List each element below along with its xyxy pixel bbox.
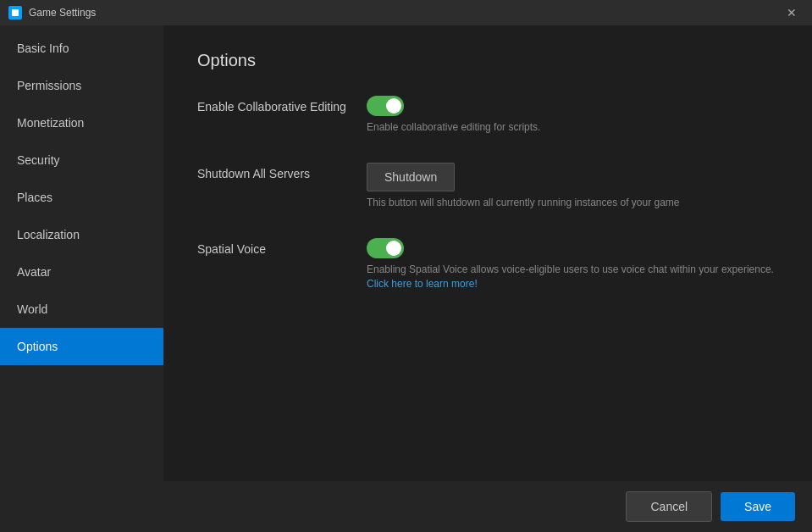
title-bar-left: Game Settings — [8, 6, 96, 19]
sidebar-item-monetization[interactable]: Monetization — [0, 104, 163, 141]
toggle-track-spatial[interactable] — [367, 238, 404, 258]
sidebar-item-permissions[interactable]: Permissions — [0, 67, 163, 104]
sidebar-item-world[interactable]: World — [0, 291, 163, 328]
sidebar-item-avatar[interactable]: Avatar — [0, 253, 163, 291]
main-layout: Basic InfoPermissionsMonetizationSecurit… — [0, 25, 812, 481]
option-row-shutdown: Shutdown All Servers Shutdown This butto… — [197, 163, 778, 208]
spatial-voice-link[interactable]: Click here to learn more! — [367, 278, 478, 290]
app-icon — [8, 6, 22, 19]
option-row-collaborative-editing: Enable Collaborative Editing Enable coll… — [197, 96, 778, 133]
close-button[interactable]: ✕ — [780, 4, 804, 21]
spatial-voice-label: Spatial Voice — [197, 242, 266, 256]
option-row-spatial-voice: Spatial Voice Enabling Spatial Voice all… — [197, 238, 778, 291]
title-bar-title: Game Settings — [29, 7, 96, 19]
title-bar: Game Settings ✕ — [0, 0, 812, 25]
sidebar-item-security[interactable]: Security — [0, 141, 163, 179]
shutdown-label: Shutdown All Servers — [197, 167, 310, 180]
sidebar-item-basic-info[interactable]: Basic Info — [0, 30, 163, 67]
sidebar-item-options[interactable]: Options — [0, 328, 163, 365]
toggle-thumb-collaborative — [386, 98, 401, 114]
save-button[interactable]: Save — [721, 492, 795, 521]
svg-rect-1 — [12, 9, 19, 16]
bottom-bar: Cancel Save — [0, 481, 812, 532]
spatial-voice-toggle[interactable] — [367, 238, 404, 258]
spatial-voice-desc: Enabling Spatial Voice allows voice-elig… — [367, 263, 778, 275]
cancel-button[interactable]: Cancel — [626, 491, 712, 522]
shutdown-desc: This button will shutdown all currently … — [367, 197, 778, 208]
sidebar: Basic InfoPermissionsMonetizationSecurit… — [0, 25, 163, 481]
collaborative-editing-label: Enable Collaborative Editing — [197, 100, 346, 114]
toggle-track-collaborative[interactable] — [367, 96, 404, 116]
collaborative-editing-desc: Enable collaborative editing for scripts… — [367, 121, 778, 133]
toggle-thumb-spatial — [386, 241, 401, 256]
shutdown-button[interactable]: Shutdown — [367, 163, 455, 191]
page-title: Options — [197, 51, 778, 70]
content-area: Options Enable Collaborative Editing Ena… — [163, 25, 812, 481]
sidebar-item-localization[interactable]: Localization — [0, 216, 163, 253]
sidebar-item-places[interactable]: Places — [0, 179, 163, 216]
collaborative-editing-toggle[interactable] — [367, 96, 404, 116]
